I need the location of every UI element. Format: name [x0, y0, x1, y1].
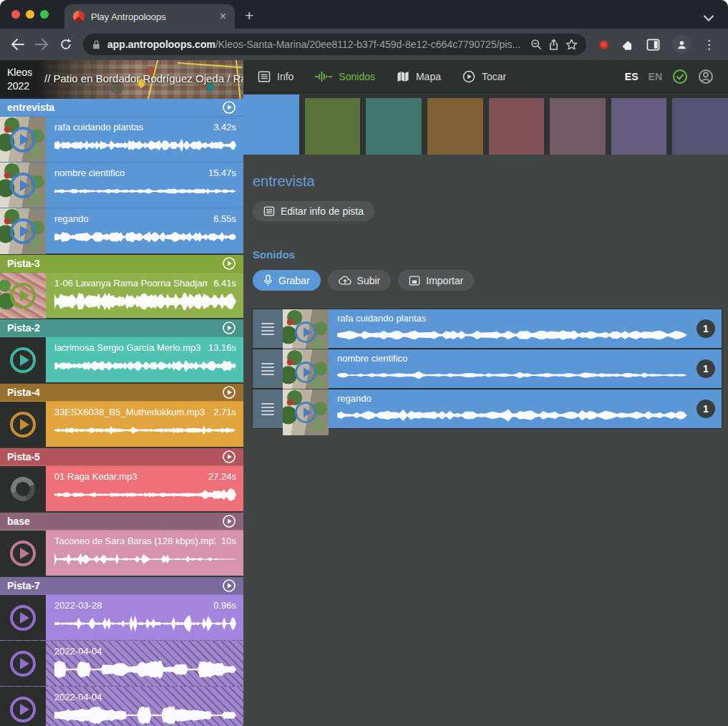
- url-text[interactable]: app.antropoloops.com/Kleos-Santa-Marina/…: [107, 39, 524, 50]
- new-tab-button[interactable]: +: [245, 7, 253, 24]
- app-logo[interactable]: Kleos2022: [7, 66, 32, 93]
- track-header[interactable]: Pista-7: [0, 577, 243, 594]
- share-icon[interactable]: [548, 39, 559, 51]
- sound-thumbnail[interactable]: [0, 273, 46, 319]
- play-sound-icon[interactable]: [10, 218, 36, 244]
- account-icon[interactable]: [698, 69, 714, 84]
- waveform[interactable]: [54, 485, 236, 504]
- lang-en[interactable]: EN: [649, 71, 662, 82]
- play-sound-icon[interactable]: [10, 605, 36, 631]
- sound-row[interactable]: regando 1: [253, 389, 722, 428]
- fullscreen-window-button[interactable]: [40, 10, 49, 19]
- reload-icon[interactable]: [54, 33, 77, 56]
- track-header[interactable]: Pista-4: [0, 384, 243, 401]
- tab-search-chevron-icon[interactable]: [704, 15, 714, 21]
- forward-icon[interactable]: [30, 33, 53, 56]
- play-sound-icon[interactable]: [10, 127, 36, 153]
- play-sound-icon[interactable]: [10, 347, 36, 373]
- upload-button[interactable]: Subir: [328, 270, 392, 291]
- sound-thumbnail[interactable]: [0, 466, 46, 512]
- track-header[interactable]: Pista-2: [0, 319, 243, 337]
- zoom-icon[interactable]: [530, 39, 542, 50]
- record-icon[interactable]: [599, 40, 608, 49]
- waveform[interactable]: [54, 421, 236, 440]
- sound-item[interactable]: 1-06 Lavanya Rama Poorna Shadjam Rupak..…: [0, 272, 243, 318]
- close-tab-icon[interactable]: ×: [220, 11, 226, 22]
- play-sound-icon[interactable]: [10, 412, 36, 437]
- waveform[interactable]: [337, 326, 687, 344]
- track-block[interactable]: [550, 98, 606, 155]
- sound-item[interactable]: 2022-04-04: [0, 686, 243, 726]
- sound-item[interactable]: nombre cientifico15.47s: [0, 162, 243, 208]
- track-header[interactable]: Pista-5: [0, 448, 243, 465]
- waveform[interactable]: [54, 136, 236, 155]
- extensions-icon[interactable]: [621, 38, 634, 52]
- sound-thumbnail[interactable]: [283, 389, 329, 435]
- sound-item[interactable]: regando6.55s: [0, 208, 243, 253]
- sound-thumbnail[interactable]: [0, 641, 46, 687]
- track-block[interactable]: [611, 98, 667, 155]
- tab-mapa[interactable]: Mapa: [397, 71, 441, 82]
- play-track-icon[interactable]: [222, 100, 236, 115]
- sound-thumbnail[interactable]: [0, 595, 46, 641]
- play-sound-icon[interactable]: [10, 697, 36, 722]
- play-sound-icon[interactable]: [295, 321, 316, 343]
- star-icon[interactable]: [566, 39, 578, 50]
- import-button[interactable]: Importar: [398, 270, 474, 291]
- track-block[interactable]: [243, 95, 299, 155]
- play-sound-icon[interactable]: [10, 173, 36, 198]
- play-sound-icon[interactable]: [10, 651, 36, 677]
- tab-tocar[interactable]: Tocar: [462, 70, 506, 83]
- back-icon[interactable]: [6, 33, 29, 56]
- track-block[interactable]: [305, 98, 361, 155]
- sound-item[interactable]: 2022-04-04: [0, 640, 243, 686]
- record-button[interactable]: Grabar: [253, 270, 321, 291]
- play-track-icon[interactable]: [222, 579, 236, 593]
- sound-item[interactable]: Taconeo de Sara Baras (128 kbps).mp310s: [0, 530, 243, 576]
- sound-item[interactable]: 2022-03-280.96s: [0, 594, 243, 640]
- sound-thumbnail[interactable]: [0, 117, 46, 163]
- play-track-icon[interactable]: [222, 514, 236, 528]
- close-window-button[interactable]: [11, 10, 20, 19]
- drag-handle-icon[interactable]: [253, 309, 283, 348]
- track-header[interactable]: base: [0, 513, 243, 530]
- play-sound-icon[interactable]: [295, 362, 316, 383]
- waveform[interactable]: [54, 614, 236, 633]
- sound-item[interactable]: 33ESX6038_B5_Muthedukkum.mp32.71s: [0, 401, 243, 447]
- lang-es[interactable]: ES: [625, 71, 639, 82]
- sidepanel-icon[interactable]: [646, 39, 660, 51]
- play-track-icon[interactable]: [222, 256, 236, 271]
- tab-info[interactable]: Info: [258, 71, 293, 82]
- play-sound-icon[interactable]: [10, 541, 36, 566]
- waveform[interactable]: [54, 182, 236, 200]
- track-block[interactable]: [672, 98, 728, 155]
- waveform[interactable]: [337, 367, 687, 384]
- sound-thumbnail[interactable]: [0, 163, 46, 208]
- play-sound-icon[interactable]: [10, 283, 36, 309]
- waveform[interactable]: [54, 292, 236, 311]
- lock-icon[interactable]: [92, 39, 101, 50]
- waveform[interactable]: [337, 407, 687, 424]
- play-track-icon[interactable]: [222, 450, 236, 464]
- waveform[interactable]: [54, 357, 236, 375]
- sound-thumbnail[interactable]: [0, 208, 46, 254]
- waveform[interactable]: [54, 706, 236, 725]
- track-header[interactable]: Pista-3: [0, 255, 243, 272]
- sound-thumbnail[interactable]: [0, 337, 46, 383]
- edit-track-info-button[interactable]: Editar info de pista: [253, 201, 374, 221]
- play-sound-icon[interactable]: [295, 402, 316, 423]
- window-controls[interactable]: [0, 0, 60, 29]
- sound-thumbnail[interactable]: [283, 309, 329, 355]
- sound-thumbnail[interactable]: [0, 402, 46, 447]
- profile-icon[interactable]: [672, 35, 691, 54]
- sound-item[interactable]: rafa cuidando plantas3.42s: [0, 116, 243, 162]
- menu-icon[interactable]: ⋮: [703, 37, 715, 52]
- waveform[interactable]: [54, 550, 236, 568]
- sound-thumbnail[interactable]: [0, 687, 46, 726]
- track-header[interactable]: entrevista: [0, 99, 243, 116]
- sound-item[interactable]: 01 Raga Kedar.mp327.24s: [0, 465, 243, 511]
- sound-thumbnail[interactable]: [283, 349, 329, 395]
- track-block[interactable]: [427, 98, 483, 155]
- sound-row[interactable]: rafa cuidando plantas 1: [253, 309, 722, 348]
- drag-handle-icon[interactable]: [253, 389, 283, 428]
